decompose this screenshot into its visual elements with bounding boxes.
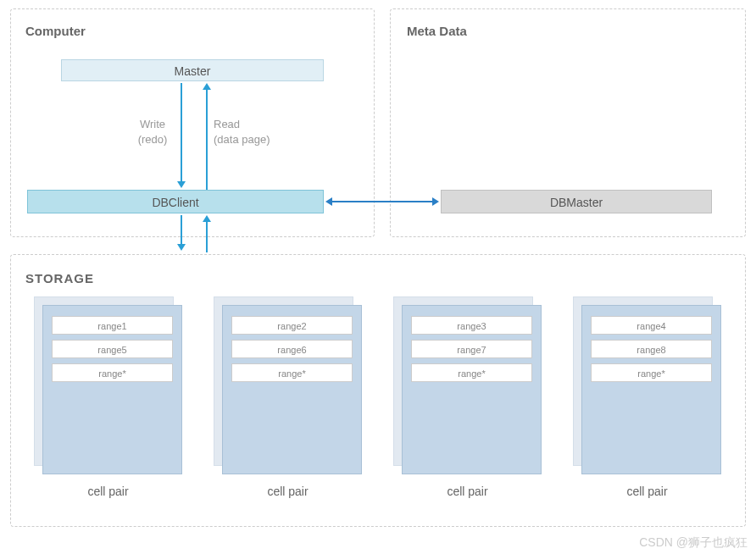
range-box: range*	[411, 363, 532, 382]
cell-label: cell pair	[34, 485, 182, 498]
read-arrow-head	[203, 83, 211, 90]
range-box: range8	[591, 340, 712, 358]
range-box: range*	[591, 363, 712, 382]
range-box: range3	[411, 316, 532, 335]
range-box: range7	[411, 340, 532, 358]
down-arrow-head	[177, 244, 186, 251]
master-label: Master	[175, 64, 211, 78]
write-text-line1: Write	[140, 118, 165, 130]
master-box: Master	[61, 59, 324, 81]
write-arrow-head	[177, 181, 186, 188]
range-box: range*	[52, 363, 173, 382]
dbmaster-box: DBMaster	[441, 190, 712, 213]
write-label: Write (redo)	[127, 117, 178, 147]
cell-label: cell pair	[573, 485, 721, 498]
range-box: range4	[591, 316, 712, 335]
range-box: range6	[231, 340, 353, 358]
cell-front: range1 range5 range*	[42, 305, 182, 474]
dbclient-label: DBClient	[152, 196, 198, 209]
range-box: range2	[231, 316, 353, 335]
storage-title: STORAGE	[25, 271, 94, 285]
computer-title: Computer	[25, 24, 86, 38]
write-text-line2: (redo)	[138, 133, 168, 146]
down-arrow-line	[181, 215, 182, 246]
write-arrow-line	[181, 83, 182, 183]
up-arrow-head	[203, 215, 211, 222]
dbclient-box: DBClient	[27, 190, 324, 213]
horiz-arrow-line	[332, 201, 432, 202]
range-box: range*	[231, 363, 353, 382]
cell-label: cell pair	[214, 485, 362, 498]
cell-label: cell pair	[393, 485, 542, 498]
cell-front: range2 range6 range*	[222, 305, 362, 474]
read-label: Read (data page)	[214, 117, 290, 147]
range-box: range5	[52, 340, 173, 358]
horiz-arrow-right	[432, 197, 439, 206]
read-arrow-line	[206, 90, 208, 190]
range-box: range1	[52, 316, 173, 335]
read-text-line1: Read	[214, 118, 240, 130]
dbmaster-label: DBMaster	[550, 196, 603, 209]
horiz-arrow-left	[325, 197, 332, 206]
up-arrow-line	[206, 222, 208, 252]
cell-front: range3 range7 range*	[402, 305, 542, 474]
meta-title: Meta Data	[407, 24, 467, 38]
watermark: CSDN @狮子也疯狂	[639, 535, 748, 551]
cell-front: range4 range8 range*	[581, 305, 721, 474]
read-text-line2: (data page)	[214, 133, 270, 146]
